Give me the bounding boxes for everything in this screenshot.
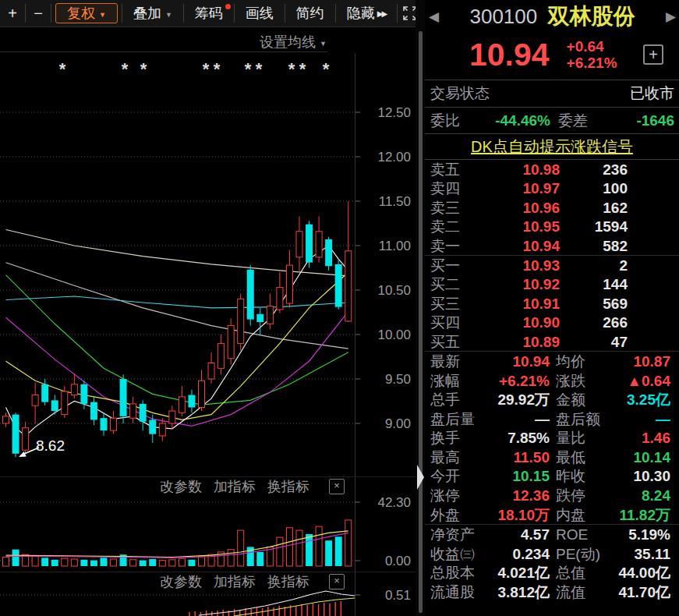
order-level-label: 买三 (430, 294, 476, 314)
stat-label: 总手 (430, 390, 480, 410)
order-book-row[interactable]: 卖五 10.98 236 (425, 160, 679, 179)
svg-text:42.30: 42.30 (377, 495, 411, 510)
order-volume: 266 (560, 314, 628, 331)
order-book-row[interactable]: 买三 10.91 569 (425, 294, 679, 313)
stat-label: 涨幅 (430, 371, 480, 391)
weicha-value: -1646 (599, 112, 674, 129)
zoom-out-button[interactable]: − (26, 0, 51, 27)
order-price: 10.94 (476, 238, 560, 255)
order-book-row[interactable]: 买一 10.93 2 (425, 256, 679, 274)
quote-header: ◀ 300100 双林股份 ▶ 10.94 +0.64 +6.21% + (425, 0, 679, 80)
ma-settings-button[interactable]: 设置均线 ▼ (260, 33, 327, 51)
weibi-label: 委比 (430, 111, 465, 131)
order-level-label: 卖五 (430, 160, 476, 180)
stat-label: 流通股 (430, 582, 480, 603)
stat-row: 流通股 3.812亿 流值 41.70亿 (425, 582, 679, 602)
stat-row: 今开 10.15 昨收 10.30 (425, 466, 679, 486)
buy-order-book: 买一 10.93 2买二 10.92 144买三 10.91 569买四 10.… (425, 256, 679, 352)
order-book-row[interactable]: 卖三 10.96 162 (425, 198, 679, 217)
stat-label: PE(动) (550, 544, 606, 565)
double-chevron-right-icon: ▶▶ (377, 9, 386, 18)
order-book-row[interactable]: 买五 10.89 47 (425, 332, 679, 351)
zoom-in-button[interactable]: + (0, 0, 25, 27)
stat-value: 11.82万 (606, 505, 670, 526)
divider-drag-handle[interactable] (419, 31, 423, 613)
svg-text:11.00: 11.00 (379, 239, 411, 253)
switch-indicator-link[interactable]: 换指标 (267, 477, 309, 496)
order-volume: 582 (560, 238, 628, 255)
stat-value: — (606, 411, 670, 428)
stock-name: 双林股份 (548, 4, 635, 28)
add-indicator-link[interactable]: 加指标 (214, 477, 256, 496)
close-panel-button[interactable]: × (329, 574, 345, 589)
stat-label: 均价 (550, 352, 606, 372)
stat-label: 外盘 (430, 505, 480, 526)
order-price: 10.91 (476, 296, 560, 313)
switch-indicator-link[interactable]: 换指标 (267, 572, 309, 591)
add-to-watchlist-button[interactable]: + (643, 44, 663, 65)
simple-mode-button[interactable]: 简约 (285, 0, 335, 27)
stat-label: 内盘 (550, 505, 606, 526)
stat-row: 最高 11.50 最低 10.14 (425, 448, 679, 467)
svg-text:*: * (323, 59, 330, 79)
order-volume: 1594 (560, 218, 628, 235)
order-price: 10.89 (476, 334, 560, 351)
stat-value: 12.36 (480, 487, 550, 504)
svg-text:0.00: 0.00 (385, 554, 411, 568)
stat-value: 41.70亿 (606, 582, 670, 603)
overlay-button[interactable]: 叠加 ▼ (122, 0, 183, 27)
draw-line-button[interactable]: 画线 (235, 0, 285, 27)
adjust-price-button[interactable]: 复权 ▼ (55, 3, 118, 23)
next-stock-button[interactable]: ▶ (666, 9, 676, 25)
collapse-chevron-icon[interactable] (417, 465, 424, 490)
dk-signal-link[interactable]: DK点自动提示涨跌信号 (471, 136, 633, 158)
svg-text:*: * (214, 59, 221, 79)
order-book-row[interactable]: 卖四 10.97 100 (425, 179, 679, 197)
panel-divider (416, 0, 425, 616)
order-level-label: 卖二 (430, 217, 476, 237)
order-book-row[interactable]: 买四 10.90 266 (425, 313, 679, 331)
svg-text:*: * (203, 59, 210, 79)
prev-stock-button[interactable]: ◀ (429, 9, 439, 25)
stat-value: 35.11 (606, 546, 670, 563)
svg-text:*: * (288, 59, 295, 79)
change-params-link[interactable]: 改参数 (160, 477, 202, 496)
stat-label: 换手 (430, 428, 480, 448)
close-panel-button[interactable]: × (329, 479, 345, 494)
stat-label: 涨跌 (550, 371, 606, 391)
stock-code: 300100 (469, 5, 537, 28)
stat-row: 涨停 12.36 跌停 8.24 (425, 486, 679, 505)
indicator-panel-toolbar: 改参数 加指标 换指标 × (0, 572, 355, 590)
order-volume: 162 (560, 200, 628, 217)
svg-text:9.00: 9.00 (385, 416, 411, 431)
hide-button[interactable]: 隐藏 ▶▶ (336, 0, 397, 27)
stat-label: 净资产 (430, 525, 480, 545)
order-book-row[interactable]: 买二 10.92 144 (425, 274, 679, 293)
price-change-pct: +6.21% (567, 55, 617, 71)
stat-label: 跌停 (550, 486, 606, 506)
order-price: 10.90 (476, 314, 560, 331)
order-book-row[interactable]: 卖一 10.94 582 (425, 236, 679, 255)
trade-status-value: 已收市 (630, 83, 674, 104)
order-book-row[interactable]: 卖二 10.95 1594 (425, 217, 679, 235)
add-indicator-link[interactable]: 加指标 (214, 572, 256, 591)
order-volume: 569 (560, 296, 628, 313)
chevron-down-icon: ▼ (165, 11, 172, 19)
chips-button[interactable]: 筹码 (184, 0, 234, 27)
order-price: 10.97 (476, 180, 560, 197)
order-price: 10.92 (476, 276, 560, 293)
stat-value: 4.57 (480, 526, 550, 543)
toolbar-divider (51, 4, 51, 23)
kline-chart[interactable]: 12.5012.0011.5011.0010.5010.009.509.00**… (0, 53, 416, 616)
stat-value: 29.92万 (480, 390, 550, 410)
change-params-link[interactable]: 改参数 (160, 572, 202, 591)
order-level-label: 卖三 (430, 198, 476, 218)
stat-row: 涨幅 +6.21% 涨跌 ▲0.64 (425, 371, 679, 391)
commission-ratio-row: 委比 -44.46% 委差 -1646 (425, 108, 679, 134)
svg-text:10.50: 10.50 (377, 283, 411, 298)
svg-text:*: * (256, 59, 263, 79)
order-volume: 47 (560, 334, 628, 351)
stat-row: 总手 29.92万 金额 3.25亿 (425, 390, 679, 409)
chips-label: 筹码 (195, 4, 223, 23)
stat-value: 44.00亿 (606, 563, 670, 583)
